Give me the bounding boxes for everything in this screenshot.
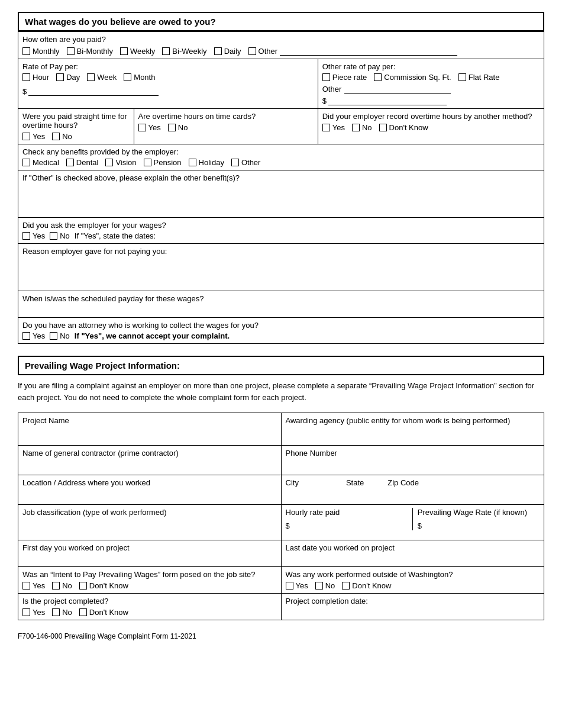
- outside-yes-cb[interactable]: [286, 582, 293, 590]
- attorney-label: Do you have an attorney who is working t…: [22, 321, 540, 330]
- straight-time-label: Were you paid straight time for overtime…: [22, 112, 130, 130]
- er-yes[interactable]: Yes: [322, 123, 345, 132]
- outside-dontknow-cb[interactable]: [342, 582, 350, 590]
- vision-option[interactable]: Vision: [105, 158, 136, 167]
- ot-cards-no[interactable]: No: [168, 123, 188, 132]
- completed-yes-cb[interactable]: [22, 608, 30, 616]
- hour-option[interactable]: Hour: [22, 73, 49, 82]
- vision-cb[interactable]: [105, 159, 113, 166]
- commission-checkbox[interactable]: [374, 73, 382, 81]
- straight-no-cb[interactable]: [52, 133, 60, 140]
- intent-yes[interactable]: Yes: [22, 581, 45, 590]
- day-checkbox[interactable]: [56, 73, 64, 81]
- ot-cards-no-cb[interactable]: [168, 124, 176, 131]
- section2-header: Prevailing Wage Project Information:: [18, 356, 544, 375]
- benefits-other-cb[interactable]: [231, 159, 239, 166]
- piece-rate-option[interactable]: Piece rate: [322, 73, 367, 82]
- completed-yes[interactable]: Yes: [22, 608, 45, 617]
- bimonthly-option[interactable]: Bi-Monthly: [67, 47, 113, 56]
- attorney-yes-cb[interactable]: [22, 332, 30, 340]
- hour-checkbox[interactable]: [22, 73, 30, 81]
- project-completed-cell: Is the project completed? Yes No Don't K…: [18, 594, 282, 620]
- prevailing-wage-group: Prevailing Wage Rate (if known) $: [413, 508, 540, 530]
- pension-option[interactable]: Pension: [144, 158, 182, 167]
- rate-dollar-field[interactable]: [28, 86, 159, 96]
- er-no[interactable]: No: [352, 123, 372, 132]
- weekly-checkbox[interactable]: [120, 47, 128, 55]
- prevailing-wage-table: Project Name Awarding agency (public ent…: [18, 413, 544, 620]
- flat-rate-checkbox[interactable]: [458, 73, 466, 81]
- outside-no-cb[interactable]: [315, 582, 323, 590]
- daily-checkbox[interactable]: [214, 47, 222, 55]
- other-rate-dollar-field[interactable]: [328, 96, 447, 105]
- prevailing-wage-label: Prevailing Wage Rate (if known): [418, 508, 540, 517]
- medical-option[interactable]: Medical: [22, 158, 59, 167]
- intent-yes-cb[interactable]: [22, 582, 30, 590]
- day-option[interactable]: Day: [56, 73, 80, 82]
- benefits-other-label: Other: [241, 158, 261, 167]
- holiday-cb[interactable]: [189, 159, 196, 166]
- straight-yes-cb[interactable]: [22, 133, 30, 140]
- completed-no-cb[interactable]: [52, 608, 60, 616]
- benefits-other-option[interactable]: Other: [231, 158, 261, 167]
- intent-dontknow[interactable]: Don't Know: [79, 581, 128, 590]
- attorney-no-cb[interactable]: [50, 332, 57, 340]
- project-name-cell: Project Name: [18, 413, 282, 446]
- ask-no-cb[interactable]: [50, 232, 57, 240]
- other-pay-option[interactable]: Other: [248, 46, 458, 56]
- other-pay-checkbox[interactable]: [248, 47, 256, 55]
- er-yes-cb[interactable]: [322, 124, 330, 131]
- biweekly-checkbox[interactable]: [162, 47, 170, 55]
- holiday-option[interactable]: Holiday: [189, 158, 224, 167]
- week-checkbox[interactable]: [87, 73, 95, 81]
- daily-option[interactable]: Daily: [214, 47, 241, 56]
- completed-no[interactable]: No: [52, 608, 72, 617]
- employer-record-label: Did your employer record overtime hours …: [322, 112, 540, 121]
- ask-yes[interactable]: Yes: [22, 231, 45, 240]
- month-option[interactable]: Month: [124, 73, 155, 82]
- outside-wa-cell: Was any work performed outside of Washin…: [281, 567, 544, 594]
- outside-dontknow[interactable]: Don't Know: [342, 581, 391, 590]
- ot-cards-yes[interactable]: Yes: [138, 123, 161, 132]
- state-group: State: [346, 478, 364, 487]
- completed-no-label: No: [62, 608, 72, 617]
- straight-no[interactable]: No: [52, 132, 72, 141]
- ot-cards-yes-cb[interactable]: [138, 124, 146, 131]
- medical-cb[interactable]: [22, 159, 30, 166]
- state-label: State: [346, 478, 364, 487]
- pension-cb[interactable]: [144, 159, 151, 166]
- month-checkbox[interactable]: [124, 73, 131, 81]
- straight-yes[interactable]: Yes: [22, 132, 45, 141]
- attorney-yes[interactable]: Yes: [22, 331, 45, 340]
- completed-dontknow[interactable]: Don't Know: [79, 608, 128, 617]
- other-rate-other-field[interactable]: [344, 84, 451, 94]
- completion-date-label: Project completion date:: [286, 597, 540, 605]
- er-no-cb[interactable]: [352, 124, 360, 131]
- dental-option[interactable]: Dental: [66, 158, 99, 167]
- intent-no[interactable]: No: [52, 581, 72, 590]
- intent-dontknow-cb[interactable]: [79, 582, 87, 590]
- completed-dontknow-cb[interactable]: [79, 608, 87, 616]
- other-pay-field[interactable]: [280, 46, 457, 56]
- bimonthly-checkbox[interactable]: [67, 47, 75, 55]
- piece-rate-checkbox[interactable]: [322, 73, 330, 81]
- attorney-no[interactable]: No: [50, 331, 70, 340]
- week-option[interactable]: Week: [87, 73, 117, 82]
- outside-yes[interactable]: Yes: [286, 581, 308, 590]
- vision-label: Vision: [115, 158, 136, 167]
- dental-cb[interactable]: [66, 159, 74, 166]
- monthly-checkbox[interactable]: [22, 47, 30, 55]
- zip-group: Zip Code: [387, 478, 419, 487]
- er-dontknow[interactable]: Don't Know: [379, 123, 428, 132]
- completed-yes-label: Yes: [33, 608, 45, 617]
- ask-no[interactable]: No: [50, 231, 70, 240]
- outside-no[interactable]: No: [315, 581, 335, 590]
- intent-no-cb[interactable]: [52, 582, 60, 590]
- flat-rate-option[interactable]: Flat Rate: [458, 73, 500, 82]
- commission-option[interactable]: Commission Sq. Ft.: [374, 73, 451, 82]
- ask-yes-cb[interactable]: [22, 232, 30, 240]
- monthly-option[interactable]: Monthly: [22, 47, 60, 56]
- er-dontknow-cb[interactable]: [379, 124, 387, 131]
- weekly-option[interactable]: Weekly: [120, 47, 155, 56]
- biweekly-option[interactable]: Bi-Weekly: [162, 47, 206, 56]
